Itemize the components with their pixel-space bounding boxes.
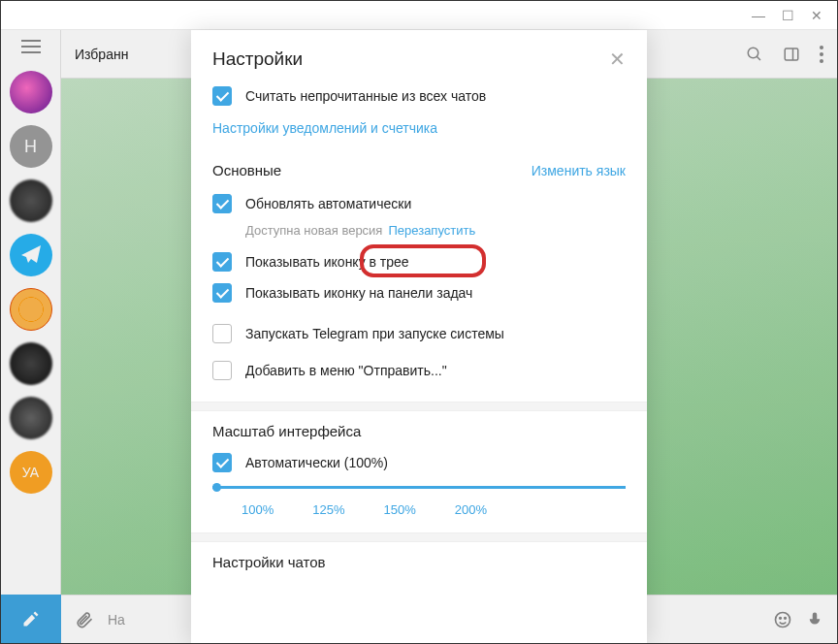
restart-link[interactable]: Перезапустить	[388, 223, 475, 238]
checkbox-row[interactable]: Обновлять автоматически	[212, 188, 626, 219]
checkbox-label: Запускать Telegram при запуске системы	[245, 326, 504, 341]
checkbox-label: Показывать иконку в трее	[245, 254, 409, 270]
close-icon[interactable]: ✕	[609, 48, 626, 71]
scale-option[interactable]: 200%	[455, 502, 487, 517]
modal-overlay: Настройки ✕ Считать непрочитанные из все…	[1, 30, 837, 643]
checkbox-scale-auto[interactable]	[212, 453, 232, 472]
checkbox-row[interactable]: Добавить в меню "Отправить..."	[212, 355, 626, 386]
scale-slider[interactable]	[212, 486, 626, 489]
checkbox-label: Обновлять автоматически	[245, 196, 411, 211]
scale-option[interactable]: 100%	[242, 502, 274, 517]
checkbox-tray-icon[interactable]	[212, 252, 232, 272]
new-version-text: Доступна новая версия	[245, 223, 382, 238]
checkbox-autostart[interactable]	[212, 324, 232, 343]
checkbox-row[interactable]: Автоматически (100%)	[212, 447, 626, 478]
window-titlebar: — ☐ ✕	[1, 1, 837, 30]
window-maximize-button[interactable]: ☐	[773, 4, 802, 27]
scale-option[interactable]: 150%	[384, 502, 416, 517]
section-chats-title: Настройки чатов	[212, 554, 626, 570]
change-language-link[interactable]: Изменить язык	[532, 163, 626, 178]
checkbox-unread-all[interactable]	[212, 86, 232, 106]
window-minimize-button[interactable]: —	[744, 4, 773, 27]
checkbox-sendto-menu[interactable]	[212, 361, 232, 380]
settings-modal: Настройки ✕ Считать непрочитанные из все…	[191, 30, 647, 643]
checkbox-row[interactable]: Показывать иконку в трее	[212, 246, 626, 277]
checkbox-row[interactable]: Запускать Telegram при запуске системы	[212, 318, 626, 349]
checkbox-label: Добавить в меню "Отправить..."	[245, 363, 447, 378]
checkbox-label: Показывать иконку на панели задач	[245, 285, 472, 301]
section-scale-title: Масштаб интерфейса	[212, 423, 626, 439]
checkbox-taskbar-icon[interactable]	[212, 283, 232, 303]
checkbox-row[interactable]: Показывать иконку на панели задач	[212, 277, 626, 308]
modal-title: Настройки	[212, 48, 609, 70]
scale-option[interactable]: 125%	[312, 502, 344, 517]
section-general-title: Основные	[212, 162, 281, 178]
checkbox-label: Считать непрочитанные из всех чатов	[245, 88, 486, 104]
notifications-settings-link[interactable]: Настройки уведомлений и счетчика	[212, 120, 437, 136]
checkbox-auto-update[interactable]	[212, 194, 232, 213]
window-close-button[interactable]: ✕	[802, 4, 831, 27]
checkbox-label: Автоматически (100%)	[245, 455, 388, 470]
checkbox-row[interactable]: Считать непрочитанные из всех чатов	[212, 80, 626, 112]
